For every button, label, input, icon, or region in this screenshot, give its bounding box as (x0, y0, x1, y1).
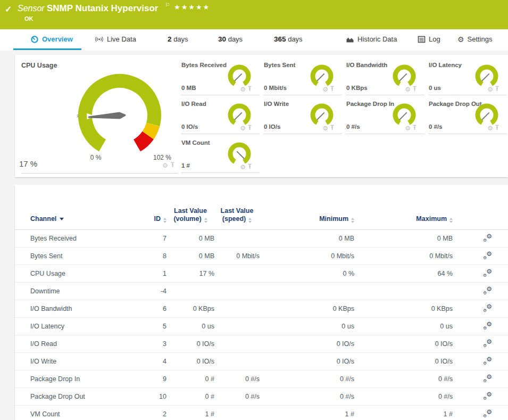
gauge-cell-io-read: I/O Read 0 IO/s ⚙ (181, 97, 260, 134)
col-header-maximum[interactable]: Maximum (354, 185, 453, 230)
channel-settings-icon[interactable]: ⚙⚙ (483, 234, 492, 242)
pin-icon[interactable] (247, 163, 252, 171)
gauge-value: 1 # (181, 162, 190, 169)
table-row: Downtime-4 ⚙⚙ (15, 283, 508, 300)
gauge-title: I/O Bandwidth (346, 62, 387, 68)
gauge-title: VM Count (181, 139, 210, 146)
priority-stars[interactable]: ★★★★★ (174, 3, 210, 11)
table-row: Bytes Received70 MB0 MB0 MB ⚙⚙ (15, 230, 508, 248)
tab-log[interactable]: Log (418, 35, 440, 43)
log-icon (418, 36, 426, 43)
average-marker-label: x̄ (77, 113, 79, 119)
tab-settings[interactable]: ⚙ Settings (457, 35, 493, 43)
gauge-cell-package-drop-in: Package Drop In 0 #/s ⚙ (346, 97, 424, 134)
channel-table-panel: Channel ID Last Value (volume) Last Valu… (15, 185, 508, 420)
channel-settings-icon[interactable]: ⚙⚙ (483, 304, 492, 312)
gauge-cell-io-bandwidth: I/O Bandwidth 0 KBps ⚙ (346, 59, 424, 95)
sensor-type-label: Sensor (18, 4, 45, 13)
gear-icon[interactable]: ⚙ (240, 86, 246, 93)
gauge-title: I/O Read (181, 101, 206, 107)
table-row: Bytes Sent80 MB0 Mbit/s0 Mbit/s0 Mbit/s … (15, 248, 508, 265)
channel-settings-icon[interactable]: ⚙⚙ (483, 357, 492, 365)
cpu-gauge: x̄ (66, 68, 173, 163)
channel-settings-icon[interactable]: ⚙⚙ (483, 286, 492, 295)
gauge-icon (30, 35, 39, 43)
gear-icon[interactable]: ⚙ (322, 86, 328, 93)
gauge-cell-package-drop-out: Package Drop Out 0 #/s ⚙ (428, 97, 507, 134)
gauge-cell-bytes-received: Bytes Received 0 MB ⚙ (181, 59, 260, 95)
pin-icon[interactable] (495, 125, 499, 132)
gear-icon[interactable]: ⚙ (240, 164, 246, 170)
channel-settings-icon[interactable]: ⚙⚙ (483, 251, 492, 260)
status-badge: OK (24, 15, 34, 22)
gear-icon[interactable]: ⚙ (162, 162, 168, 169)
tab-live-data[interactable]: Live Data (95, 35, 136, 43)
gauge-title: Bytes Received (181, 62, 227, 68)
col-header-last-value-speed[interactable]: Last Value (speed) (214, 185, 260, 230)
gauge-value: 0 MB (181, 85, 196, 91)
gauge-value: 0 Mbit/s (264, 85, 287, 91)
sort-icon (351, 218, 354, 223)
sort-icon (449, 218, 453, 223)
pin-icon[interactable] (412, 125, 417, 132)
gear-icon: ⚙ (457, 36, 464, 43)
gear-icon[interactable]: ⚙ (487, 125, 493, 131)
overview-panel: CPU Usage x̄ 0 % 102 % 17 % ⚙ Bytes Rece… (15, 55, 508, 177)
channel-settings-icon[interactable]: ⚙⚙ (483, 339, 492, 348)
pin-icon[interactable] (247, 86, 252, 93)
col-header-last-value-volume[interactable]: Last Value (volume) (166, 185, 214, 230)
tab-365-days[interactable]: 365 days (274, 35, 303, 43)
pin-icon[interactable] (330, 125, 335, 132)
cpu-gauge-title: CPU Usage (21, 62, 57, 69)
table-row: Package Drop In90 #0 #/s0 #/s0 #/s ⚙⚙ (15, 370, 508, 388)
cpu-last-value: 17 % (19, 159, 37, 168)
sensor-header: ✓ Sensor SNMP Nutanix Hypervisor ⚐ ★★★★★… (0, 0, 508, 29)
tab-historic-data[interactable]: Historic Data (346, 35, 397, 43)
pin-icon[interactable] (330, 86, 335, 93)
sort-icon (204, 218, 207, 223)
gauge-title: I/O Write (264, 101, 289, 107)
gear-icon[interactable]: ⚙ (322, 125, 328, 131)
tab-30-days[interactable]: 30 days (218, 35, 243, 43)
gauge-value: 0 IO/s (264, 123, 280, 130)
channel-settings-icon[interactable]: ⚙⚙ (483, 409, 492, 418)
channel-settings-icon[interactable]: ⚙⚙ (483, 322, 492, 330)
sensor-title: SNMP Nutanix Hypervisor (47, 3, 158, 14)
channel-settings-icon[interactable]: ⚙⚙ (483, 269, 492, 277)
tab-overview[interactable]: Overview (30, 35, 73, 43)
table-row: CPU Usage117 %0 %64 % ⚙⚙ (15, 265, 508, 283)
pin-icon[interactable] (170, 162, 175, 169)
active-tab-underline (13, 48, 81, 50)
gear-icon[interactable]: ⚙ (487, 86, 493, 93)
sort-icon (248, 218, 252, 223)
flag-icon[interactable]: ⚐ (165, 2, 170, 9)
col-header-id[interactable]: ID (136, 185, 166, 230)
cpu-scale-max: 102 % (147, 154, 177, 161)
table-row: I/O Latency50 us0 us0 us ⚙⚙ (15, 318, 508, 335)
pin-icon[interactable] (247, 125, 252, 132)
gear-icon[interactable]: ⚙ (240, 125, 246, 131)
tab-2-days[interactable]: 2 days (168, 35, 188, 43)
area-chart-icon (346, 36, 354, 43)
pin-icon[interactable] (495, 86, 499, 93)
gauge-value: 0 us (429, 85, 441, 91)
table-row: Package Drop Out100 #0 #/s0 #/s0 #/s ⚙⚙ (15, 388, 508, 406)
gauge-cell-vm-count: VM Count 1 # ⚙ (181, 136, 260, 173)
cpu-gauge-needle (89, 112, 125, 120)
channel-settings-icon[interactable]: ⚙⚙ (483, 392, 492, 400)
sort-icon (163, 218, 166, 223)
gauge-title: Bytes Sent (264, 62, 295, 68)
broadcast-icon (95, 35, 104, 43)
pin-icon[interactable] (412, 86, 417, 93)
col-header-channel[interactable]: Channel (15, 185, 136, 230)
table-row: VM Count21 #1 #1 # ⚙⚙ (15, 406, 508, 420)
table-row: I/O Bandwidth60 KBps0 KBps0 KBps ⚙⚙ (15, 300, 508, 318)
gauge-title: I/O Latency (429, 62, 462, 68)
sort-desc-icon (60, 218, 64, 220)
col-header-minimum[interactable]: Minimum (260, 185, 354, 230)
tab-bar: Overview Live Data 2 days 30 days 365 da… (0, 29, 508, 51)
channel-settings-icon[interactable]: ⚙⚙ (483, 374, 492, 383)
gear-icon[interactable]: ⚙ (405, 86, 411, 93)
divider (21, 173, 177, 174)
gear-icon[interactable]: ⚙ (405, 125, 411, 131)
